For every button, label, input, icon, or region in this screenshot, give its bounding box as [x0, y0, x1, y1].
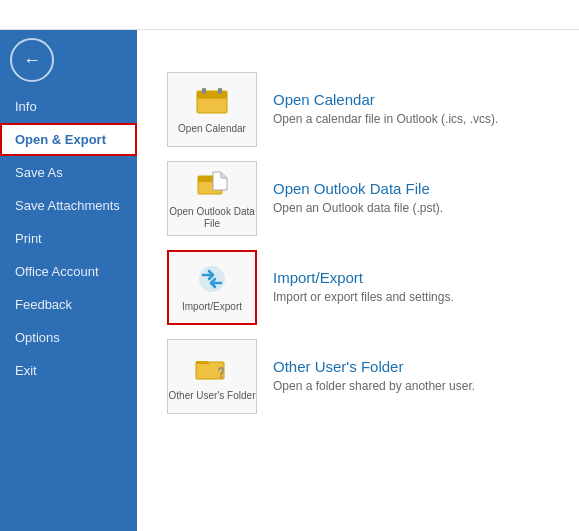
svg-rect-2: [202, 88, 206, 94]
back-button[interactable]: ←: [10, 38, 54, 82]
option-desc-other-users-folder: Open a folder shared by another user.: [273, 378, 475, 395]
option-title-open-outlook-data: Open Outlook Data File: [273, 180, 443, 197]
option-title-other-users-folder: Other User's Folder: [273, 358, 475, 375]
option-icon-box-other-users-folder: Other User's Folder: [167, 339, 257, 414]
option-icon-box-open-calendar: Open Calendar: [167, 72, 257, 147]
svg-point-9: [220, 376, 222, 378]
option-desc-open-calendar: Open a calendar file in Outlook (.ics, .…: [273, 111, 498, 128]
sidebar-item-save-as[interactable]: Save As: [0, 156, 137, 189]
other-users-folder-icon: [193, 352, 231, 386]
option-icon-label-open-outlook-data: Open Outlook Data File: [168, 206, 256, 230]
sidebar-item-office-account[interactable]: Office Account: [0, 255, 137, 288]
option-text-open-outlook-data: Open Outlook Data FileOpen an Outlook da…: [273, 180, 443, 217]
option-item-open-calendar[interactable]: Open CalendarOpen CalendarOpen a calenda…: [167, 68, 549, 151]
option-desc-import-export: Import or export files and settings.: [273, 289, 454, 306]
option-item-import-export[interactable]: Import/ExportImport/ExportImport or expo…: [167, 246, 549, 329]
option-item-other-users-folder[interactable]: Other User's FolderOther User's FolderOp…: [167, 335, 549, 418]
option-text-import-export: Import/ExportImport or export files and …: [273, 269, 454, 306]
option-icon-box-import-export: Import/Export: [167, 250, 257, 325]
sidebar-item-save-attachments[interactable]: Save Attachments: [0, 189, 137, 222]
sidebar-item-exit[interactable]: Exit: [0, 354, 137, 387]
svg-point-7: [199, 266, 225, 292]
option-icon-label-other-users-folder: Other User's Folder: [169, 390, 256, 402]
sidebar-item-info[interactable]: Info: [0, 90, 137, 123]
option-icon-label-import-export: Import/Export: [182, 301, 242, 313]
sidebar: ← InfoOpen & ExportSave AsSave Attachmen…: [0, 30, 137, 531]
option-title-open-calendar: Open Calendar: [273, 91, 498, 108]
options-list: Open CalendarOpen CalendarOpen a calenda…: [167, 68, 549, 418]
sidebar-item-open-export[interactable]: Open & Export: [0, 123, 137, 156]
option-text-open-calendar: Open CalendarOpen a calendar file in Out…: [273, 91, 498, 128]
content-area: Open CalendarOpen CalendarOpen a calenda…: [137, 30, 579, 531]
sidebar-nav: InfoOpen & ExportSave AsSave Attachments…: [0, 90, 137, 531]
option-icon-label-open-calendar: Open Calendar: [178, 123, 246, 135]
option-title-import-export: Import/Export: [273, 269, 454, 286]
svg-rect-1: [197, 91, 227, 98]
sidebar-item-options[interactable]: Options: [0, 321, 137, 354]
import-export-icon: [193, 263, 231, 297]
svg-rect-3: [218, 88, 222, 94]
option-item-open-outlook-data[interactable]: Open Outlook Data FileOpen Outlook Data …: [167, 157, 549, 240]
option-icon-box-open-outlook-data: Open Outlook Data File: [167, 161, 257, 236]
open-outlook-data-icon: [193, 168, 231, 202]
sidebar-item-feedback[interactable]: Feedback: [0, 288, 137, 321]
option-text-other-users-folder: Other User's FolderOpen a folder shared …: [273, 358, 475, 395]
top-bar: [0, 0, 579, 30]
svg-rect-8: [196, 362, 224, 379]
main-layout: ← InfoOpen & ExportSave AsSave Attachmen…: [0, 30, 579, 531]
option-desc-open-outlook-data: Open an Outlook data file (.pst).: [273, 200, 443, 217]
open-calendar-icon: [193, 85, 231, 119]
sidebar-item-print[interactable]: Print: [0, 222, 137, 255]
